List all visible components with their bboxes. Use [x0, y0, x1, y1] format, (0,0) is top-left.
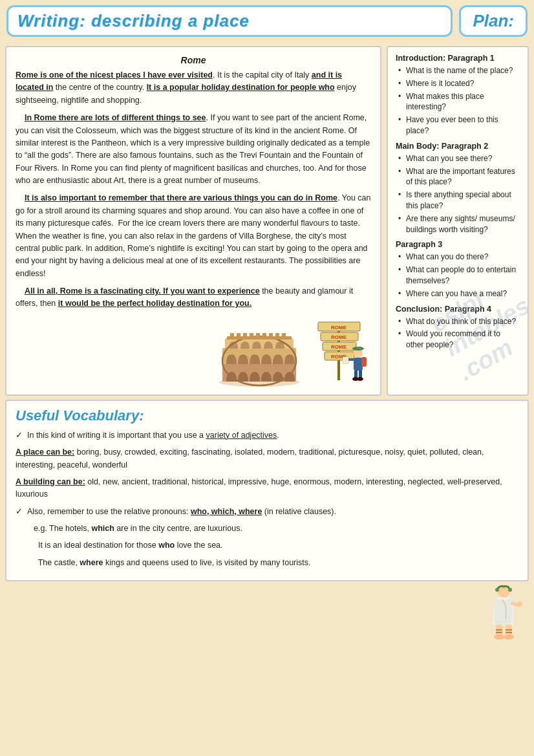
- plan-item-3-0: What do you think of this place?: [398, 316, 520, 327]
- essay-paragraph-3: It is also important to remember that th…: [16, 192, 371, 280]
- plan-section-title-1: Main Body: Paragraph 2: [396, 142, 520, 151]
- svg-point-41: [508, 588, 512, 592]
- plan-item-0-0: What is the name of the place?: [398, 65, 520, 76]
- svg-rect-27: [354, 347, 362, 349]
- svg-point-51: [517, 601, 522, 607]
- pronoun-tip: Also, remember to use the relative prono…: [16, 506, 518, 518]
- page-title: Writing: describing a place: [6, 5, 453, 37]
- svg-rect-9: [243, 333, 247, 337]
- plan-item-3-1: Would you recommend it to other people?: [398, 329, 520, 351]
- plan-item-0-2: What makes this place interesting?: [398, 91, 520, 113]
- svg-rect-29: [361, 357, 367, 367]
- svg-text:ROME: ROME: [331, 325, 347, 330]
- svg-rect-12: [262, 333, 266, 337]
- essay-paragraph-4: All in all, Rome is a fascinating city. …: [16, 285, 371, 310]
- plan-item-1-1: What are the important features of this …: [398, 166, 520, 188]
- svg-rect-10: [250, 333, 253, 337]
- svg-point-48: [494, 634, 504, 640]
- svg-point-40: [495, 588, 499, 592]
- svg-point-33: [357, 377, 363, 381]
- plan-box: eslprintables.com Introduction: Paragrap…: [387, 46, 529, 396]
- plan-item-2-1: What can people do to entertain themselv…: [398, 265, 520, 286]
- svg-text:ROME: ROME: [331, 334, 347, 340]
- plan-section-list-1: What can you see there?What are the impo…: [396, 153, 520, 235]
- example-3: The castle, where kings and queens used …: [16, 557, 518, 569]
- svg-rect-14: [275, 333, 279, 337]
- plan-item-0-3: Have you ever been to this place?: [398, 114, 520, 136]
- colosseum-image: [217, 325, 301, 387]
- building-adjectives: A building can be: old, new, ancient, tr…: [16, 476, 518, 501]
- plan-sections: Introduction: Paragraph 1What is the nam…: [396, 54, 520, 351]
- plan-item-1-0: What can you see there?: [398, 153, 520, 164]
- page-header: Writing: describing a place Plan:: [0, 0, 534, 42]
- svg-rect-8: [237, 333, 240, 337]
- plan-section-list-0: What is the name of the place?Where is i…: [396, 65, 520, 136]
- plan-section-title-0: Introduction: Paragraph 1: [396, 54, 520, 63]
- roman-figure: [483, 583, 525, 651]
- plan-section-title-3: Conclusion: Paragraph 4: [396, 305, 520, 314]
- essay-title: Rome: [16, 55, 371, 65]
- place-adjectives: A place can be: boring, busy, crowded, e…: [16, 446, 518, 471]
- essay-illustrations: ROME ROME ROME ROME: [16, 316, 371, 387]
- plan-item-1-2: Is there anything special about this pla…: [398, 189, 520, 211]
- example-1: e.g. The hotels, which are in the city c…: [16, 523, 518, 535]
- svg-rect-7: [230, 333, 234, 337]
- svg-rect-28: [354, 358, 363, 371]
- svg-point-49: [504, 634, 514, 640]
- essay-paragraph-2: In Rome there are lots of different thin…: [16, 112, 371, 187]
- svg-rect-15: [282, 333, 286, 337]
- vocab-tip: In this kind of writing it is important …: [16, 429, 518, 442]
- essay-box: Rome Rome is one of the nicest places I …: [5, 46, 381, 396]
- plan-item-0-1: Where is it located?: [398, 78, 520, 89]
- vocabulary-title: Useful Vocabulary:: [16, 407, 518, 424]
- plan-section-list-2: What can you do there?What can people do…: [396, 252, 520, 299]
- svg-rect-11: [256, 333, 260, 337]
- plan-item-2-0: What can you do there?: [398, 252, 520, 263]
- road-sign-image: ROME ROME ROME ROME: [306, 316, 371, 387]
- svg-rect-13: [269, 333, 273, 337]
- plan-section-list-3: What do you think of this place?Would yo…: [396, 316, 520, 351]
- plan-item-1-3: Are there any sights/ museums/ buildings…: [398, 213, 520, 235]
- example-2: It is an ideal destination for those who…: [16, 539, 518, 552]
- plan-section-title-2: Paragraph 3: [396, 240, 520, 249]
- main-content: Rome Rome is one of the nicest places I …: [5, 46, 529, 396]
- vocabulary-section: Useful Vocabulary: In this kind of writi…: [5, 400, 529, 581]
- plan-item-2-2: Where can you have a meal?: [398, 288, 520, 299]
- plan-label: Plan:: [459, 5, 528, 37]
- essay-paragraph-1: Rome is one of the nicest places I have …: [16, 69, 371, 107]
- svg-text:ROME: ROME: [331, 344, 347, 350]
